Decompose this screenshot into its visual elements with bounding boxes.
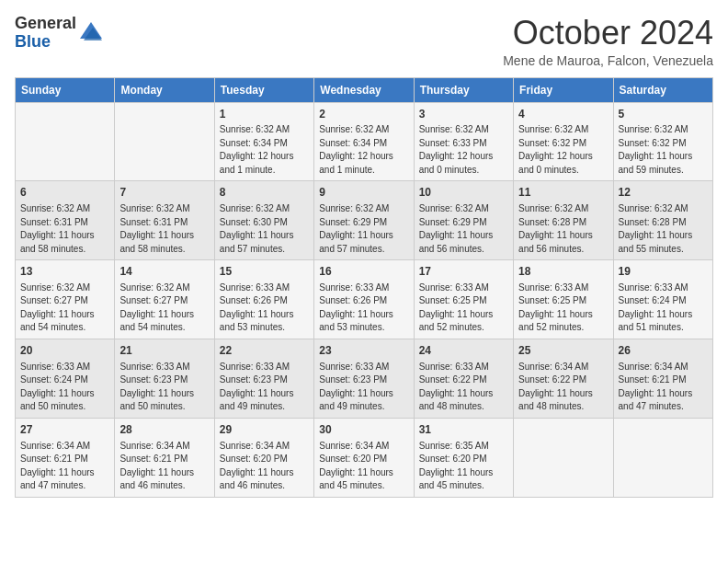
day-info: Sunrise: 6:34 AMSunset: 6:21 PMDaylight:…: [119, 440, 209, 493]
month-title: October 2024: [503, 15, 713, 52]
day-info: Sunrise: 6:34 AMSunset: 6:20 PMDaylight:…: [220, 440, 309, 493]
calendar-week-row: 6Sunrise: 6:32 AMSunset: 6:31 PMDaylight…: [16, 181, 713, 260]
day-info: Sunrise: 6:33 AMSunset: 6:22 PMDaylight:…: [419, 361, 508, 414]
calendar-week-row: 1Sunrise: 6:32 AMSunset: 6:34 PMDaylight…: [16, 102, 713, 181]
calendar-cell: 27Sunrise: 6:34 AMSunset: 6:21 PMDayligh…: [16, 418, 115, 497]
day-info: Sunrise: 6:32 AMSunset: 6:30 PMDaylight:…: [220, 202, 309, 256]
day-info: Sunrise: 6:32 AMSunset: 6:29 PMDaylight:…: [419, 202, 508, 256]
day-number: 13: [20, 264, 109, 280]
weekday-header-sunday: Sunday: [16, 77, 115, 102]
day-number: 11: [518, 185, 608, 201]
day-info: Sunrise: 6:32 AMSunset: 6:28 PMDaylight:…: [619, 202, 708, 256]
day-number: 16: [319, 264, 408, 280]
weekday-header-row: SundayMondayTuesdayWednesdayThursdayFrid…: [16, 77, 713, 102]
day-number: 29: [220, 422, 309, 438]
weekday-header-saturday: Saturday: [613, 77, 712, 102]
calendar-cell: 4Sunrise: 6:32 AMSunset: 6:32 PMDaylight…: [514, 102, 613, 181]
day-number: 25: [518, 343, 608, 359]
calendar-cell: 30Sunrise: 6:34 AMSunset: 6:20 PMDayligh…: [314, 418, 414, 497]
calendar-cell: 2Sunrise: 6:32 AMSunset: 6:34 PMDaylight…: [314, 102, 414, 181]
logo: General Blue: [15, 15, 104, 52]
day-info: Sunrise: 6:32 AMSunset: 6:29 PMDaylight:…: [319, 202, 408, 256]
calendar-cell: 29Sunrise: 6:34 AMSunset: 6:20 PMDayligh…: [214, 418, 313, 497]
day-info: Sunrise: 6:32 AMSunset: 6:27 PMDaylight:…: [20, 282, 109, 335]
day-number: 9: [319, 185, 408, 201]
logo-general: General Blue: [15, 15, 76, 52]
day-number: 6: [20, 185, 109, 201]
calendar-cell: 9Sunrise: 6:32 AMSunset: 6:29 PMDaylight…: [314, 181, 414, 260]
day-number: 31: [419, 422, 508, 438]
day-info: Sunrise: 6:35 AMSunset: 6:20 PMDaylight:…: [419, 440, 508, 493]
calendar-cell: 7Sunrise: 6:32 AMSunset: 6:31 PMDaylight…: [115, 181, 214, 260]
day-number: 15: [220, 264, 309, 280]
calendar-cell: 1Sunrise: 6:32 AMSunset: 6:34 PMDaylight…: [214, 102, 313, 181]
weekday-header-friday: Friday: [514, 77, 613, 102]
calendar-cell: 3Sunrise: 6:32 AMSunset: 6:33 PMDaylight…: [414, 102, 513, 181]
day-info: Sunrise: 6:33 AMSunset: 6:24 PMDaylight:…: [619, 282, 708, 335]
day-info: Sunrise: 6:32 AMSunset: 6:27 PMDaylight:…: [119, 282, 209, 335]
calendar-cell: [613, 418, 712, 497]
calendar-week-row: 27Sunrise: 6:34 AMSunset: 6:21 PMDayligh…: [16, 418, 713, 497]
day-info: Sunrise: 6:33 AMSunset: 6:23 PMDaylight:…: [119, 361, 209, 414]
calendar-cell: 13Sunrise: 6:32 AMSunset: 6:27 PMDayligh…: [16, 260, 115, 339]
calendar-week-row: 13Sunrise: 6:32 AMSunset: 6:27 PMDayligh…: [16, 260, 713, 339]
day-number: 24: [419, 343, 508, 359]
day-number: 14: [119, 264, 209, 280]
day-info: Sunrise: 6:32 AMSunset: 6:34 PMDaylight:…: [220, 123, 309, 177]
day-number: 5: [619, 107, 708, 122]
day-number: 1: [220, 107, 309, 122]
day-info: Sunrise: 6:32 AMSunset: 6:34 PMDaylight:…: [319, 123, 408, 177]
day-info: Sunrise: 6:33 AMSunset: 6:26 PMDaylight:…: [220, 282, 309, 335]
calendar-cell: 26Sunrise: 6:34 AMSunset: 6:21 PMDayligh…: [613, 339, 712, 418]
day-number: 30: [319, 422, 408, 438]
calendar-cell: 11Sunrise: 6:32 AMSunset: 6:28 PMDayligh…: [514, 181, 613, 260]
calendar-cell: 31Sunrise: 6:35 AMSunset: 6:20 PMDayligh…: [414, 418, 513, 497]
calendar-cell: 28Sunrise: 6:34 AMSunset: 6:21 PMDayligh…: [115, 418, 214, 497]
calendar-cell: 8Sunrise: 6:32 AMSunset: 6:30 PMDaylight…: [214, 181, 313, 260]
calendar-cell: 21Sunrise: 6:33 AMSunset: 6:23 PMDayligh…: [115, 339, 214, 418]
calendar-cell: 12Sunrise: 6:32 AMSunset: 6:28 PMDayligh…: [613, 181, 712, 260]
day-info: Sunrise: 6:32 AMSunset: 6:31 PMDaylight:…: [119, 202, 209, 256]
day-number: 3: [419, 107, 508, 122]
day-number: 17: [419, 264, 508, 280]
day-number: 10: [419, 185, 508, 201]
day-info: Sunrise: 6:33 AMSunset: 6:23 PMDaylight:…: [319, 361, 408, 414]
day-number: 22: [220, 343, 309, 359]
day-number: 28: [119, 422, 209, 438]
calendar-table: SundayMondayTuesdayWednesdayThursdayFrid…: [15, 77, 713, 498]
day-number: 27: [20, 422, 109, 438]
calendar-cell: 17Sunrise: 6:33 AMSunset: 6:25 PMDayligh…: [414, 260, 513, 339]
day-number: 8: [220, 185, 309, 201]
calendar-cell: [514, 418, 613, 497]
calendar-cell: 15Sunrise: 6:33 AMSunset: 6:26 PMDayligh…: [214, 260, 313, 339]
title-block: October 2024 Mene de Mauroa, Falcon, Ven…: [503, 15, 713, 68]
calendar-cell: [16, 102, 115, 181]
calendar-cell: 14Sunrise: 6:32 AMSunset: 6:27 PMDayligh…: [115, 260, 214, 339]
day-info: Sunrise: 6:33 AMSunset: 6:24 PMDaylight:…: [20, 361, 109, 414]
day-number: 18: [518, 264, 608, 280]
calendar-cell: 5Sunrise: 6:32 AMSunset: 6:32 PMDaylight…: [613, 102, 712, 181]
day-info: Sunrise: 6:32 AMSunset: 6:32 PMDaylight:…: [619, 123, 708, 177]
calendar-cell: 24Sunrise: 6:33 AMSunset: 6:22 PMDayligh…: [414, 339, 513, 418]
calendar-cell: 6Sunrise: 6:32 AMSunset: 6:31 PMDaylight…: [16, 181, 115, 260]
day-info: Sunrise: 6:32 AMSunset: 6:28 PMDaylight:…: [518, 202, 608, 256]
weekday-header-wednesday: Wednesday: [314, 77, 414, 102]
logo-icon: [78, 20, 104, 46]
calendar-cell: 25Sunrise: 6:34 AMSunset: 6:22 PMDayligh…: [514, 339, 613, 418]
location-subtitle: Mene de Mauroa, Falcon, Venezuela: [503, 53, 713, 68]
calendar-cell: 23Sunrise: 6:33 AMSunset: 6:23 PMDayligh…: [314, 339, 414, 418]
weekday-header-monday: Monday: [115, 77, 214, 102]
day-number: 26: [619, 343, 708, 359]
day-info: Sunrise: 6:32 AMSunset: 6:33 PMDaylight:…: [419, 123, 508, 177]
day-info: Sunrise: 6:33 AMSunset: 6:25 PMDaylight:…: [419, 282, 508, 335]
day-number: 20: [20, 343, 109, 359]
day-number: 23: [319, 343, 408, 359]
calendar-cell: 10Sunrise: 6:32 AMSunset: 6:29 PMDayligh…: [414, 181, 513, 260]
day-info: Sunrise: 6:33 AMSunset: 6:23 PMDaylight:…: [220, 361, 309, 414]
page-header: General Blue October 2024 Mene de Mauroa…: [15, 15, 713, 68]
calendar-cell: 20Sunrise: 6:33 AMSunset: 6:24 PMDayligh…: [16, 339, 115, 418]
calendar-cell: 18Sunrise: 6:33 AMSunset: 6:25 PMDayligh…: [514, 260, 613, 339]
day-number: 12: [619, 185, 708, 201]
calendar-cell: 22Sunrise: 6:33 AMSunset: 6:23 PMDayligh…: [214, 339, 313, 418]
calendar-cell: 19Sunrise: 6:33 AMSunset: 6:24 PMDayligh…: [613, 260, 712, 339]
